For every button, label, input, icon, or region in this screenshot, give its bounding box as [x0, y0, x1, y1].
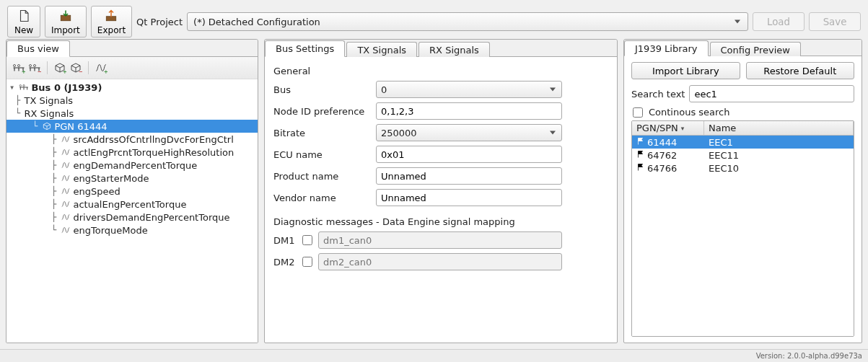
dm2-input — [318, 253, 562, 270]
library-table[interactable]: PGN/SPN▾ Name 61444 EEC1 64762 EEC11 647… — [631, 120, 854, 337]
tree-node-signal[interactable]: ├ driversDemandEngPercentTorque — [6, 211, 258, 224]
qt-project-label: Qt Project — [136, 17, 183, 27]
flag-icon — [636, 137, 645, 148]
tab-j1939-library[interactable]: J1939 Library — [624, 40, 709, 56]
add-signal-icon[interactable]: + — [93, 60, 109, 76]
tree-node-signal[interactable]: └ engTorqueMode — [6, 224, 258, 237]
tab-bus-settings[interactable]: Bus Settings — [265, 40, 345, 57]
svg-text:+: + — [63, 69, 66, 75]
import-library-button[interactable]: Import Library — [631, 62, 740, 79]
tree-node-signal[interactable]: ├ srcAddrssOfCntrllngDvcForEngCtrl — [6, 133, 258, 146]
signal-icon — [60, 185, 71, 197]
tree-node-signal[interactable]: ├ actualEngPercentTorque — [6, 198, 258, 211]
dm1-label: DM1 — [273, 235, 298, 246]
svg-text:−: − — [79, 69, 82, 75]
svg-text:+: + — [22, 69, 25, 75]
table-row[interactable]: 64762 EEC11 — [632, 149, 854, 162]
svg-point-11 — [20, 85, 22, 87]
signal-icon — [60, 172, 71, 184]
bus-label: Bus — [273, 84, 373, 95]
product-input[interactable] — [376, 167, 562, 185]
tab-bus-view[interactable]: Bus view — [6, 40, 70, 57]
save-button[interactable]: Save — [809, 12, 861, 31]
search-input[interactable] — [689, 85, 854, 102]
continuous-search-checkbox[interactable] — [633, 107, 643, 118]
doc-icon — [17, 9, 30, 25]
import-label: Import — [51, 26, 80, 35]
section-diag: Diagnostic messages - Data Engine signal… — [273, 216, 608, 227]
vendor-label: Vendor name — [273, 193, 373, 203]
dm2-label: DM2 — [273, 257, 298, 268]
bus-view-panel: Bus view + − + − + ▾ Bus 0 (J1939) ├ TX … — [6, 39, 258, 343]
export-button[interactable]: Export — [91, 6, 132, 37]
tree-node-bus[interactable]: ▾ Bus 0 (J1939) — [6, 81, 258, 94]
tree-node-tx[interactable]: ├ TX Signals — [6, 94, 258, 107]
signal-icon — [60, 146, 71, 158]
product-label: Product name — [273, 171, 373, 182]
export-icon — [105, 9, 118, 25]
bitrate-combo[interactable]: 250000 — [376, 124, 562, 141]
signal-icon — [60, 224, 71, 236]
search-label: Search text — [631, 89, 685, 100]
nodeid-input[interactable] — [376, 102, 562, 120]
table-row[interactable]: 61444 EEC1 — [632, 136, 854, 149]
vendor-input[interactable] — [376, 189, 562, 206]
section-general: General — [273, 66, 608, 76]
tree-node-signal[interactable]: ├ engStarterMode — [6, 172, 258, 185]
signal-icon — [60, 211, 71, 223]
tree-node-rx[interactable]: └ RX Signals — [6, 107, 258, 120]
svg-rect-1 — [107, 17, 117, 21]
bus-icon — [18, 81, 30, 93]
svg-text:−: − — [38, 69, 41, 75]
bitrate-label: Bitrate — [273, 128, 373, 138]
ecu-input[interactable] — [376, 146, 562, 163]
tree-node-signal[interactable]: ├ actlEngPrcntTorqueHighResolution — [6, 146, 258, 159]
bus-combo[interactable]: 0 — [376, 81, 562, 98]
dm1-input — [318, 231, 562, 249]
svg-point-6 — [34, 65, 36, 67]
bus-view-toolbar: + − + − + — [6, 57, 258, 79]
settings-panel: Bus Settings TX Signals RX Signals Gener… — [264, 39, 618, 343]
continuous-search-label: Continous search — [649, 107, 730, 118]
tree-node-signal[interactable]: ├ engSpeed — [6, 185, 258, 198]
remove-bus-icon[interactable]: − — [27, 60, 43, 76]
ecu-label: ECU name — [273, 149, 373, 160]
config-combo[interactable]: (*) Detached Configuration — [187, 12, 748, 31]
status-bar: Version: 2.0.0-alpha.d99e73a — [0, 349, 868, 362]
col-pgn[interactable]: PGN/SPN▾ — [632, 121, 704, 135]
tab-rx-signals[interactable]: RX Signals — [418, 42, 490, 57]
library-panel: J1939 Library Config Preview Import Libr… — [623, 39, 862, 343]
svg-point-5 — [30, 65, 32, 67]
new-button[interactable]: New — [7, 6, 40, 37]
signal-icon — [60, 159, 71, 171]
nodeid-label: Node ID preference — [273, 106, 373, 117]
restore-default-button[interactable]: Restore Default — [746, 62, 855, 79]
bus-tree[interactable]: ▾ Bus 0 (J1939) ├ TX Signals └ RX Signal… — [6, 79, 258, 343]
box-icon — [41, 120, 53, 132]
tab-tx-signals[interactable]: TX Signals — [346, 42, 417, 57]
signal-icon — [60, 133, 71, 145]
version-text: Version: 2.0.0-alpha.d99e73a — [756, 352, 862, 360]
export-label: Export — [97, 26, 126, 35]
svg-point-3 — [18, 65, 20, 67]
tab-config-preview[interactable]: Config Preview — [710, 42, 801, 56]
add-box-icon[interactable]: + — [52, 60, 68, 76]
svg-point-2 — [14, 65, 16, 67]
config-value: (*) Detached Configuration — [193, 17, 320, 27]
sort-desc-icon: ▾ — [681, 125, 685, 132]
import-button[interactable]: Import — [45, 6, 87, 37]
flag-icon — [636, 163, 645, 174]
signal-icon — [60, 198, 71, 210]
svg-point-12 — [23, 85, 25, 87]
dm2-checkbox[interactable] — [302, 257, 312, 267]
remove-box-icon[interactable]: − — [68, 60, 84, 76]
add-bus-icon[interactable]: + — [11, 60, 27, 76]
import-icon — [59, 9, 72, 25]
load-button[interactable]: Load — [753, 12, 805, 31]
tree-node-signal[interactable]: ├ engDemandPercentTorque — [6, 159, 258, 172]
svg-text:+: + — [104, 69, 108, 75]
col-name[interactable]: Name — [704, 121, 854, 135]
dm1-checkbox[interactable] — [302, 235, 312, 245]
table-row[interactable]: 64766 EEC10 — [632, 162, 854, 175]
tree-node-pgn[interactable]: └ PGN 61444 — [6, 120, 258, 133]
